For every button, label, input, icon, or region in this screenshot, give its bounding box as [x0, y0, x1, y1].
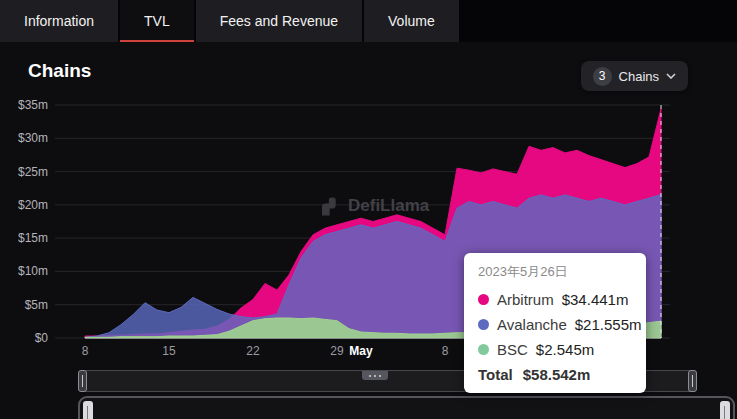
tooltip-series-value: $34.441m — [562, 291, 629, 308]
brush-right-handle[interactable] — [688, 370, 697, 392]
y-axis-label: $25m — [18, 165, 48, 179]
x-axis-label: 29 — [330, 344, 344, 358]
chains-button-label: Chains — [619, 69, 659, 84]
tooltip-series-name: BSC — [497, 341, 528, 358]
x-axis-label: 8 — [442, 344, 449, 358]
watermark: DefiLlama — [316, 194, 429, 218]
tooltip-row-bsc: BSC $2.545m — [478, 337, 632, 362]
zoom-right-handle[interactable] — [720, 401, 730, 419]
tab-volume[interactable]: Volume — [364, 0, 459, 42]
tab-fees-and-revenue[interactable]: Fees and Revenue — [196, 0, 362, 42]
tab-tvl[interactable]: TVL — [120, 0, 194, 42]
tooltip-row-avalanche: Avalanche $21.555m — [478, 312, 632, 337]
tab-bar: Information TVL Fees and Revenue Volume — [0, 0, 737, 42]
zoom-left-handle[interactable] — [83, 401, 93, 419]
bsc-series-dot — [478, 344, 489, 355]
page: Information TVL Fees and Revenue Volume … — [0, 0, 737, 419]
y-axis-label: $15m — [18, 231, 48, 245]
defillama-logo-icon — [316, 194, 340, 218]
x-axis-label: 22 — [246, 344, 260, 358]
watermark-text: DefiLlama — [348, 196, 429, 216]
tooltip-series-value: $2.545m — [536, 341, 594, 358]
page-title: Chains — [28, 60, 91, 82]
tooltip-series-name: Avalanche — [497, 316, 567, 333]
y-axis-label: $10m — [18, 264, 48, 278]
tooltip-date: 2023年5月26日 — [478, 263, 632, 281]
chains-count-badge: 3 — [593, 67, 612, 86]
x-axis-label: 8 — [82, 344, 89, 358]
zoom-range-slider[interactable] — [78, 396, 735, 419]
avalanche-series-dot — [478, 319, 489, 330]
x-axis-label: 15 — [162, 344, 176, 358]
tooltip-series-name: Arbitrum — [497, 291, 554, 308]
y-axis-label: $30m — [18, 131, 48, 145]
x-axis-label: May — [349, 344, 373, 358]
arbitrum-series-dot — [478, 294, 489, 305]
brush-drag-grip[interactable] — [362, 371, 388, 380]
tooltip-series-value: $21.555m — [575, 316, 642, 333]
chevron-down-icon — [666, 73, 676, 79]
tooltip-total-row: Total $58.542m — [478, 366, 632, 383]
tooltip-row-arbitrum: Arbitrum $34.441m — [478, 287, 632, 312]
tab-information[interactable]: Information — [0, 0, 118, 42]
tooltip-total-value: $58.542m — [523, 366, 591, 383]
y-axis-label: $35m — [18, 98, 48, 112]
chart-tooltip: 2023年5月26日 Arbitrum $34.441m Avalanche $… — [464, 253, 646, 393]
brush-left-handle[interactable] — [78, 370, 87, 392]
y-axis-label: $20m — [18, 198, 48, 212]
chains-filter-button[interactable]: 3 Chains — [581, 61, 688, 91]
y-axis-label: $0 — [35, 331, 49, 345]
tooltip-total-label: Total — [478, 366, 513, 383]
y-axis-label: $5m — [25, 298, 48, 312]
